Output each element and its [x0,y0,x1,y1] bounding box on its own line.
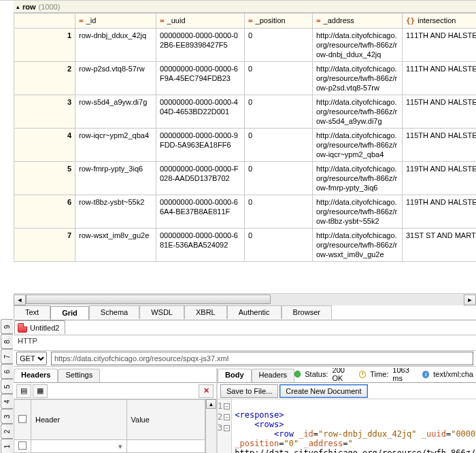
tab-xbrl[interactable]: XBRL [184,305,227,319]
scroll-thumb[interactable] [26,295,271,304]
table-row[interactable]: 4 row-iqcr~ypm2_qba4 00000000-0000-0000-… [14,129,477,162]
vertical-tab-7[interactable]: 7 [1,349,13,364]
scroll-right-button[interactable]: ► [464,295,476,305]
response-panel: Body Headers Status: 200 OK Time: 1063 m… [218,368,476,453]
checkbox[interactable] [18,441,27,450]
insert-header-button[interactable]: ▤ [16,384,31,398]
fold-icon[interactable]: − [224,414,230,420]
checkbox-icon [18,415,27,423]
column-header-address[interactable]: =_address [312,14,402,29]
data-grid[interactable]: =_id =_uuid =_position =_address {}inter… [14,13,476,293]
root-element-count: (1000) [39,3,61,11]
cell-id[interactable]: row-dnbj_ddux_42jq [75,29,156,62]
vertical-tab-9[interactable]: 9 [1,319,13,334]
tab-response-body[interactable]: Body [218,369,252,382]
table-row[interactable]: 6 row-t8bz-ysbt~55k2 00000000-0000-0000-… [14,195,477,229]
header-row-empty[interactable]: ▾ [14,440,205,453]
http-request-bar: GET [14,350,476,367]
grid-corner [14,14,75,29]
info-icon: i [422,371,429,378]
root-element-name: row [22,3,36,11]
table-row[interactable]: 5 row-fmrp-ypty_3iq6 00000000-0000-0000-… [14,162,477,195]
table-row[interactable]: 1 row-dnbj_ddux_42jq 00000000-0000-0000-… [14,29,477,62]
column-header-position[interactable]: =_position [244,14,312,29]
fold-icon[interactable]: − [224,403,230,409]
line-gutter: 1− 2− 3− 4 5 [218,399,232,453]
document-tab-bar: Untitled2 [14,320,476,335]
vertical-tab-8[interactable]: 8 [1,334,13,349]
cell-uuid[interactable]: 00000000-0000-0000-02B6-EE89398427F5 [156,29,244,62]
scroll-track[interactable] [26,295,464,305]
status-value: 200 OK [333,368,356,382]
response-status-bar: Status: 200 OK Time: 1063 ms i text/xml;… [294,368,476,382]
delete-header-button[interactable]: ✕ [199,384,214,398]
document-tab[interactable]: Untitled2 [14,320,65,334]
response-body-editor[interactable]: 1− 2− 3− 4 5 <response> <rows> <row _id=… [218,399,476,453]
collapse-triangle-icon[interactable]: ▴ [16,3,20,10]
grid-root-header[interactable]: ▴ row (1000) [14,1,476,13]
header-enable-column [14,400,31,440]
element-icon: {} [406,16,415,25]
tab-request-settings[interactable]: Settings [58,369,100,382]
tab-grid[interactable]: Grid [50,306,89,320]
content-type: text/xml;cha [433,370,473,378]
vertical-tab-1[interactable]: 1 [1,439,13,453]
vertical-tab-2[interactable]: 2 [1,424,13,439]
scroll-up-button[interactable]: ▲ [206,399,216,409]
vertical-tab-6[interactable]: 6 [1,364,13,379]
http-url-input[interactable] [51,352,473,365]
headers-vscroll[interactable]: ▲ [205,399,216,453]
append-header-button[interactable]: ▦ [33,384,48,398]
header-name-column[interactable]: Header [31,400,127,440]
row-number: 1 [14,29,75,62]
vertical-tab-4[interactable]: 4 [1,394,13,409]
code-content[interactable]: <response> <rows> <row _id="row-dnbj_ddu… [232,399,476,453]
table-row[interactable]: 7 row-wsxt_im8v_gu2e 00000000-0000-0000-… [14,229,477,262]
status-ok-icon [294,371,301,378]
header-value-column[interactable]: Value [126,400,205,440]
create-new-document-button[interactable]: Create New Document [279,384,367,398]
attribute-icon: = [316,16,321,25]
document-tab-label: Untitled2 [30,324,59,332]
scroll-left-button[interactable]: ◄ [14,295,26,305]
time-value: 1063 ms [392,368,418,382]
http-method-select[interactable]: GET [16,352,47,365]
tab-schema[interactable]: Schema [89,305,139,319]
attribute-icon: = [248,16,253,25]
clock-icon [359,371,366,378]
column-header-intersection[interactable]: {}intersection [402,14,476,29]
tab-browser[interactable]: Browser [282,305,332,319]
attribute-icon: = [79,16,84,25]
fold-icon[interactable]: − [224,425,230,431]
cell-intersection[interactable]: 111TH AND HALSTED [402,29,476,62]
time-label: Time: [370,370,388,378]
horizontal-scrollbar[interactable]: ◄ ► [14,293,476,305]
table-row[interactable]: 2 row-p2sd.vtq8-57rw 00000000-0000-0000-… [14,62,477,95]
vertical-tab-3[interactable]: 3 [1,409,13,424]
status-label: Status: [305,370,328,378]
attribute-icon: = [160,16,165,25]
cell-address[interactable]: http://data.cityofchicago.org/resource/t… [312,29,402,62]
request-panel: Headers Settings ▤ ▦ ✕ Header Value [14,368,218,453]
tab-request-headers[interactable]: Headers [14,369,58,382]
delete-x-icon: ✕ [203,386,209,395]
vertical-tab-5[interactable]: 5 [1,379,13,394]
http-panel-title: HTTP [14,335,476,348]
xml-file-icon [18,323,27,333]
column-header-id[interactable]: =_id [75,14,156,29]
cell-position[interactable]: 0 [244,29,312,62]
tab-authentic[interactable]: Authentic [227,305,282,319]
tab-text[interactable]: Text [14,305,50,319]
tab-wsdl[interactable]: WSDL [139,305,184,319]
column-header-uuid[interactable]: =_uuid [156,14,244,29]
view-tab-bar: Text Grid Schema WSDL XBRL Authentic Bro… [14,305,476,320]
vertical-tab-strip: 1 2 3 4 5 6 7 8 9 [0,1,14,453]
save-to-file-button[interactable]: Save to File... [220,384,278,398]
tab-response-headers[interactable]: Headers [252,369,295,382]
table-row[interactable]: 3 row-s5d4_a9yw.di7g 00000000-0000-0000-… [14,95,477,129]
